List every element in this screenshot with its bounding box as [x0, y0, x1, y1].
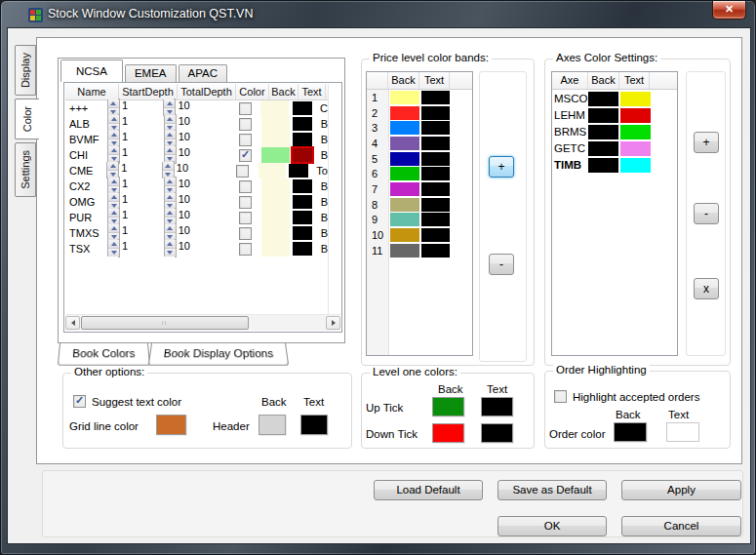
band-text-swatch[interactable] [421, 121, 450, 135]
header-text-swatch[interactable] [300, 415, 328, 435]
back-color-cell[interactable] [261, 116, 290, 132]
spin-up-icon[interactable] [108, 178, 119, 185]
back-color-cell[interactable] [261, 132, 290, 147]
grid-row-alb[interactable]: ALB 1 10 B [65, 116, 328, 132]
spinner-arrows[interactable] [164, 115, 176, 132]
axes-row-brms[interactable]: BRMS [552, 124, 677, 139]
back-color-cell[interactable] [259, 163, 286, 178]
axe-back-swatch[interactable] [588, 141, 618, 156]
axe-text-swatch[interactable] [620, 125, 651, 139]
grid-row-tmxs[interactable]: TMXS 1 10 B [65, 225, 328, 241]
up-tick-back-swatch[interactable] [432, 397, 464, 416]
add-axis-button[interactable]: + [694, 132, 719, 153]
remove-axis-button[interactable]: - [694, 203, 719, 224]
band-text-swatch[interactable] [421, 213, 450, 226]
grid-column-header[interactable]: StartDepth [119, 84, 178, 99]
grid-row-omg[interactable]: OMG 1 10 B [65, 194, 328, 210]
spin-up-icon[interactable] [165, 224, 176, 232]
spin-up-icon[interactable] [108, 193, 119, 201]
band-back-swatch[interactable] [390, 198, 419, 212]
highlight-accepted-orders-checkbox[interactable] [554, 390, 567, 403]
band-back-swatch[interactable] [390, 121, 419, 135]
scrollbar-thumb[interactable] [81, 316, 249, 330]
grid-row-chi[interactable]: CHI 1 10 B [65, 147, 328, 163]
axe-back-swatch[interactable] [588, 158, 618, 173]
cancel-button[interactable]: Cancel [621, 516, 741, 536]
band-text-swatch[interactable] [421, 106, 450, 120]
add-band-button[interactable]: + [489, 156, 514, 178]
down-tick-back-swatch[interactable] [432, 423, 464, 443]
spinner-arrows[interactable] [163, 99, 175, 116]
order-text-swatch[interactable] [666, 422, 699, 442]
back-color-cell[interactable] [261, 210, 290, 225]
spinner-arrows[interactable] [164, 131, 176, 147]
band-text-swatch[interactable] [421, 244, 450, 258]
scroll-left-icon[interactable] [65, 316, 80, 330]
up-tick-text-swatch[interactable] [481, 397, 513, 416]
text-color-swatch[interactable] [293, 226, 312, 240]
suggest-text-color-checkbox[interactable] [73, 395, 86, 408]
region-tab-apac[interactable]: APAC [179, 64, 227, 82]
band-text-swatch[interactable] [421, 91, 450, 104]
axes-row-lehm[interactable]: LEHM [552, 107, 677, 123]
spinner-arrows[interactable] [164, 224, 176, 241]
color-checkbox[interactable] [239, 212, 252, 224]
color-checkbox[interactable] [236, 165, 249, 178]
band-back-swatch[interactable] [390, 228, 419, 242]
band-back-swatch[interactable] [390, 167, 419, 180]
spinner-arrows[interactable] [164, 240, 176, 257]
spin-up-icon[interactable] [165, 209, 176, 217]
spin-down-icon[interactable] [108, 248, 119, 257]
grid-row-cx2[interactable]: CX2 1 10 B [65, 178, 328, 194]
back-color-cell[interactable] [261, 241, 290, 257]
band-back-swatch[interactable] [390, 137, 419, 150]
band-text-swatch[interactable] [421, 228, 450, 242]
book-tab-book-colors[interactable]: Book Colors [58, 343, 150, 366]
text-color-swatch[interactable] [293, 117, 312, 131]
spin-up-icon[interactable] [164, 99, 175, 107]
axe-back-swatch[interactable] [588, 108, 618, 123]
band-text-swatch[interactable] [421, 198, 450, 212]
side-tab-color[interactable]: Color [15, 99, 39, 139]
down-tick-text-swatch[interactable] [481, 423, 513, 443]
spin-up-icon[interactable] [108, 115, 119, 123]
spin-up-icon[interactable] [108, 146, 119, 154]
band-text-swatch[interactable] [421, 167, 450, 180]
color-checkbox[interactable] [239, 180, 252, 193]
text-color-swatch[interactable] [293, 101, 312, 115]
axes-row-getc[interactable]: GETC [552, 140, 677, 156]
spin-up-icon[interactable] [108, 131, 119, 139]
axe-text-swatch[interactable] [620, 158, 651, 173]
spinner-arrows[interactable] [164, 193, 176, 210]
grid-column-header[interactable]: TotalDepth [178, 84, 236, 99]
axe-back-swatch[interactable] [588, 92, 618, 106]
spinner-arrows[interactable] [164, 178, 176, 194]
axes-row-timb[interactable]: TIMB [552, 157, 677, 173]
save-as-default-button[interactable]: Save as Default [497, 480, 607, 500]
close-button[interactable]: ✕ [712, 1, 746, 20]
grid-row-tsx[interactable]: TSX 1 10 B [65, 241, 328, 257]
color-checkbox[interactable] [239, 227, 252, 240]
band-back-swatch[interactable] [390, 91, 419, 104]
band-text-swatch[interactable] [421, 137, 450, 150]
axe-text-swatch[interactable] [620, 141, 651, 156]
back-color-cell[interactable] [261, 147, 290, 163]
band-back-swatch[interactable] [390, 213, 419, 226]
side-tab-display[interactable]: Display [15, 45, 36, 96]
band-text-swatch[interactable] [421, 152, 450, 166]
spin-up-icon[interactable] [108, 99, 119, 107]
color-checkbox[interactable] [239, 149, 252, 162]
delete-axis-button[interactable]: x [694, 278, 719, 299]
text-color-swatch[interactable] [293, 211, 312, 224]
grid-column-header[interactable]: Name [65, 84, 119, 99]
spin-up-icon[interactable] [165, 131, 176, 139]
side-tab-settings[interactable]: Settings [15, 142, 36, 197]
text-color-swatch[interactable] [293, 179, 312, 193]
grid-row-cme[interactable]: CME 1 10 To [65, 163, 328, 178]
spinner-arrows[interactable] [164, 209, 176, 225]
text-color-swatch[interactable] [289, 164, 308, 178]
spin-up-icon[interactable] [107, 162, 118, 170]
scroll-right-icon[interactable] [326, 316, 340, 330]
grid-row-bvmf[interactable]: BVMF 1 10 B [65, 132, 328, 147]
band-back-swatch[interactable] [390, 106, 419, 120]
